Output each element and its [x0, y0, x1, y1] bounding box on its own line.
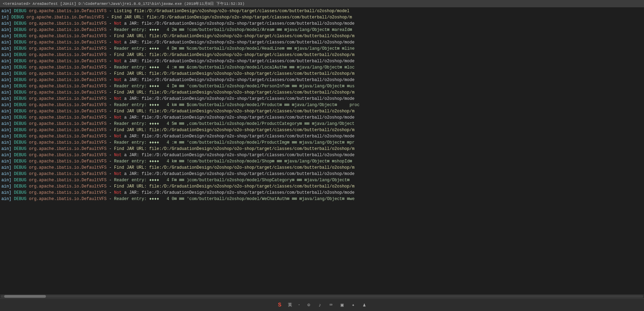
log-line: ain] DEBUG org.apache.ibatis.io.DefaultV…: [0, 21, 644, 27]
log-line: ain] DEBUG org.apache.ibatis.io.DefaultV…: [0, 114, 644, 121]
log-line: ain] DEBUG org.apache.ibatis.io.DefaultV…: [0, 39, 644, 46]
log-line: ain] DEBUG org.apache.ibatis.io.DefaultV…: [0, 165, 644, 171]
log-line: in] DEBUG org.apache.ibatis.io.DefaultVF…: [0, 14, 644, 21]
log-line: ain] DEBUG org.apache.ibatis.io.DefaultV…: [0, 96, 644, 102]
sogou-icon[interactable]: S: [275, 301, 284, 309]
log-line: ain] DEBUG org.apache.ibatis.io.DefaultV…: [0, 133, 644, 139]
log-line: ain] DEBUG org.apache.ibatis.io.DefaultV…: [0, 196, 644, 202]
log-line: ain] DEBUG org.apache.ibatis.io.DefaultV…: [0, 77, 644, 83]
log-line: ain] DEBUG org.apache.ibatis.io.DefaultV…: [0, 108, 644, 114]
terminal-window: <terminated> AreaDaoTest [JUnit] D:\Code…: [0, 0, 644, 311]
log-line: ain] DEBUG org.apache.ibatis.io.DefaultV…: [0, 190, 644, 196]
taskbar-icons: S 英 · ⊙ ♪ ⌨ ▣ ✦ ♟: [275, 301, 368, 309]
log-line: ain] DEBUG org.apache.ibatis.io.DefaultV…: [0, 83, 644, 89]
log-line: ain] DEBUG org.apache.ibatis.io.DefaultV…: [0, 58, 644, 64]
log-line: ain] DEBUG org.apache.ibatis.io.DefaultV…: [0, 46, 644, 52]
cloud-icon[interactable]: ♟: [360, 301, 369, 309]
log-line: ain] DEBUG org.apache.ibatis.io.DefaultV…: [0, 146, 644, 152]
log-line: ain] DEBUG org.apache.ibatis.io.DefaultV…: [0, 33, 644, 39]
log-line: ain] DEBUG org.apache.ibatis.io.DefaultV…: [0, 171, 644, 177]
taskbar-dot: ·: [298, 303, 300, 308]
scrollbar-track[interactable]: [1, 295, 643, 298]
scrollbar-thumb[interactable]: [4, 295, 46, 298]
keyboard2-icon[interactable]: ⌨: [327, 301, 335, 309]
log-line: ain] DEBUG org.apache.ibatis.io.DefaultV…: [0, 102, 644, 108]
log-line: ain] DEBUG org.apache.ibatis.io.DefaultV…: [0, 89, 644, 96]
skin-icon[interactable]: ▣: [338, 301, 346, 309]
log-line: ain] DEBUG org.apache.ibatis.io.DefaultV…: [0, 127, 644, 133]
log-line: ain] DEBUG org.apache.ibatis.io.DefaultV…: [0, 121, 644, 127]
mic-icon[interactable]: ⊙: [305, 301, 313, 309]
title-bar: <terminated> AreaDaoTest [JUnit] D:\Code…: [0, 0, 644, 7]
log-line: ain] DEBUG org.apache.ibatis.io.DefaultV…: [0, 52, 644, 58]
log-line: ain] DEBUG org.apache.ibatis.io.DefaultV…: [0, 8, 644, 14]
horizontal-scrollbar[interactable]: [0, 294, 644, 298]
log-line: ain] DEBUG org.apache.ibatis.io.DefaultV…: [0, 27, 644, 33]
log-line: ain] DEBUG org.apache.ibatis.io.DefaultV…: [0, 152, 644, 158]
log-line: ain] DEBUG org.apache.ibatis.io.DefaultV…: [0, 71, 644, 77]
keyboard-icon[interactable]: ♪: [316, 301, 324, 309]
tool-icon[interactable]: ✦: [349, 301, 357, 309]
ime-label: 英: [288, 302, 292, 308]
log-line: ain] DEBUG org.apache.ibatis.io.DefaultV…: [0, 64, 644, 71]
log-line: ain] DEBUG org.apache.ibatis.io.DefaultV…: [0, 177, 644, 183]
log-line: ain] DEBUG org.apache.ibatis.io.DefaultV…: [0, 158, 644, 165]
console-output[interactable]: ain] DEBUG org.apache.ibatis.io.DefaultV…: [0, 7, 644, 294]
log-line: ain] DEBUG org.apache.ibatis.io.DefaultV…: [0, 139, 644, 146]
taskbar: S 英 · ⊙ ♪ ⌨ ▣ ✦ ♟: [0, 298, 644, 311]
log-line: ain] DEBUG org.apache.ibatis.io.DefaultV…: [0, 183, 644, 190]
